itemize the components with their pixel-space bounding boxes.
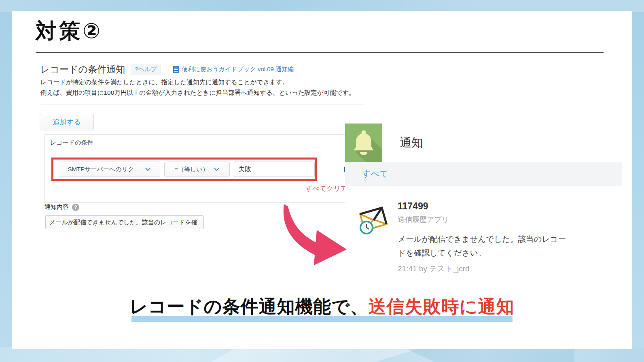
slide-title: 対策②: [36, 17, 103, 45]
mail-history-app-icon: [357, 202, 390, 236]
background-decoration-top: [0, 0, 644, 12]
background-decoration-bottom: [0, 347, 644, 362]
notification-tabbar: すべて: [345, 162, 622, 185]
description-line: 例えば、費用の項目に100万円以上の金額が入力されたときに担当部署へ通知する、と…: [40, 87, 355, 98]
guidebook-link-label: 便利に使おうガイドブック vol.09 通知編: [182, 66, 294, 73]
caption-black-text: レコードの条件通知機能で、: [129, 296, 368, 316]
background-decoration-shape: [210, 348, 421, 362]
notify-content-label-row: 通知内容 ?: [44, 203, 79, 211]
help-link[interactable]: ?ヘルプ: [131, 64, 161, 75]
slide-caption: レコードの条件通知機能で、送信失敗時に通知: [12, 295, 632, 322]
section-divider: [40, 104, 364, 104]
caption-text: レコードの条件通知機能で、送信失敗時に通知: [12, 295, 632, 319]
notification-message-line: ドを確認してください。: [398, 246, 566, 260]
notification-list: 117499 送信履歴アプリ メールが配信できませんでした。該当のレコー ドを確…: [345, 185, 613, 285]
notification-message: メールが配信できませんでした。該当のレコー ドを確認してください。: [398, 232, 566, 260]
notification-panel: 通知 すべて 117499: [345, 124, 622, 285]
clear-all-link[interactable]: すべてクリア: [305, 184, 347, 193]
book-icon: [173, 66, 180, 74]
notification-panel-title: 通知: [400, 135, 423, 151]
notify-content-input[interactable]: メールが配信できませんでした。該当のレコードを確: [45, 215, 204, 229]
help-question-icon[interactable]: ?: [72, 204, 79, 211]
title-divider: [36, 52, 604, 53]
bell-app-icon: [345, 124, 382, 162]
chevron-down-icon: [145, 167, 151, 171]
tab-all[interactable]: すべて: [362, 168, 388, 179]
condition-field-dropdown[interactable]: SMTPサーバーへのリク…: [59, 162, 160, 177]
notification-item[interactable]: 117499 送信履歴アプリ メールが配信できませんでした。該当のレコー ドを確…: [398, 201, 566, 274]
settings-section-title: レコードの条件通知: [40, 63, 125, 76]
background-decoration-shape: [405, 348, 574, 362]
vertical-divider: [167, 65, 167, 75]
settings-description: レコードが特定の条件を満たしたときに、指定した通知先に通知することができます。 …: [40, 77, 355, 98]
add-condition-button[interactable]: 追加する: [40, 114, 94, 130]
notification-message-line: メールが配信できませんでした。該当のレコー: [398, 232, 566, 246]
notification-meta: 21:41 by テスト_jcrd: [398, 264, 566, 274]
question-glyph: ?: [74, 204, 77, 210]
condition-operator-dropdown[interactable]: =（等しい）: [164, 162, 230, 177]
notify-content-label: 通知内容: [44, 203, 69, 211]
guidebook-link[interactable]: 便利に使おうガイドブック vol.09 通知編: [173, 66, 294, 74]
condition-operator-dropdown-value: =（等しい）: [174, 166, 208, 173]
settings-header-row: レコードの条件通知 ?ヘルプ 便利に使おうガイドブック vol.09 通知編: [40, 63, 294, 76]
slide-card: 対策② レコードの条件通知 ?ヘルプ 便利に使おうガイドブック vol.09 通…: [12, 11, 632, 349]
condition-value-input[interactable]: [234, 162, 315, 177]
highlighted-condition-row: SMTPサーバーへのリク… =（等しい）: [51, 158, 317, 181]
app-name: 送信履歴アプリ: [398, 215, 566, 224]
record-number: 117499: [398, 201, 566, 212]
condition-field-dropdown-value: SMTPサーバーへのリク…: [68, 166, 140, 173]
chevron-down-icon: [214, 167, 220, 171]
description-line: レコードが特定の条件を満たしたときに、指定した通知先に通知することができます。: [40, 77, 355, 87]
notification-header: 通知: [345, 124, 622, 162]
caption-red-text: 送信失敗時に通知: [369, 296, 515, 316]
